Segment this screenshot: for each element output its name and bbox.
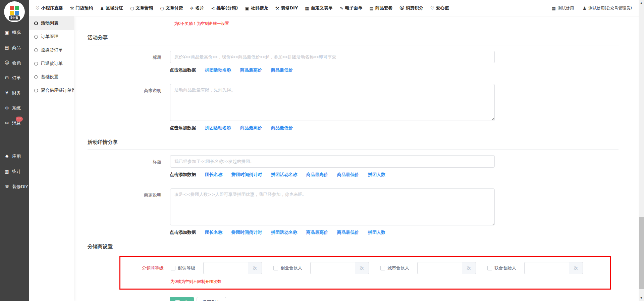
link-max-price[interactable]: 商品最高价 (306, 229, 328, 235)
nav-item-label: 推客(分销) (216, 5, 238, 11)
subnav-item-label: 基础设置 (41, 74, 58, 80)
link-activity-name[interactable]: 拼团活动名称 (205, 67, 231, 73)
sidebar-item-statistics[interactable]: ▥ 统计 (0, 164, 29, 179)
link-max-price[interactable]: 商品最高价 (240, 67, 262, 73)
nav-item-article-paid[interactable]: ○ 文章付费 (160, 5, 183, 11)
cofounder-checkbox[interactable] (487, 266, 492, 270)
times-unit-addon: 次 (248, 262, 262, 274)
distributor-level-label: 分销商等级 (120, 265, 164, 271)
nav-item-product-bundle[interactable]: ▤ 商品套餐 (370, 5, 393, 11)
current-user-menu[interactable]: ♟ 测试使用(公众号管理员) (583, 5, 632, 11)
add-data-label: 点击添加数据 (170, 67, 196, 73)
share-title-label: 标题 (88, 51, 161, 63)
sidebar-item-label: 概况 (12, 30, 21, 36)
nav-item-group-chain[interactable]: ▣ 社群接龙 (245, 5, 268, 11)
link-countdown[interactable]: 拼团时间倒计时 (231, 229, 262, 235)
sidebar-item-messages[interactable]: ✉ 消息 ··· (0, 116, 29, 131)
cofounder-times-input[interactable] (524, 262, 569, 274)
cofounder-label: 联合创始人 (494, 265, 516, 271)
sidebar-item-orders[interactable]: ⊟ 订单 (0, 70, 29, 85)
link-activity-name[interactable]: 拼团活动名称 (271, 172, 297, 178)
vertical-scrollbar[interactable]: ▲ ▼ (639, 0, 644, 301)
scroll-up-arrow-icon[interactable]: ▲ (639, 0, 644, 6)
sidebar-item-decorate-diy[interactable]: ⚒ 装修DIY (0, 179, 29, 194)
share-desc-textarea[interactable] (170, 84, 495, 121)
scroll-down-arrow-icon[interactable]: ▼ (639, 295, 644, 301)
link-activity-name[interactable]: 拼团活动名称 (271, 229, 297, 235)
link-group-size[interactable]: 拼团人数 (368, 172, 385, 178)
brand-logo: E企盈 (4, 1, 25, 22)
nav-item-love-value[interactable]: ♡ 爱心值 (430, 5, 449, 11)
nav-item-miniprogram-live[interactable]: ♡ 小程序直播 (36, 5, 63, 11)
sidebar-item-system[interactable]: ⚙ 系统 (0, 100, 29, 116)
link-leader-name[interactable]: 团长名称 (205, 229, 222, 235)
nav-item-region-dividend[interactable]: ♟ 区域分红 (100, 5, 123, 11)
sidebar-item-overview[interactable]: ▣ 概况 (0, 25, 29, 40)
nav-item-label: 装修DIY (281, 5, 298, 11)
link-min-price[interactable]: 商品最低价 (271, 125, 293, 131)
detail-desc-textarea[interactable] (170, 188, 495, 225)
person-icon: ♟ (100, 6, 104, 11)
next-step-button[interactable]: 下一步 (170, 297, 194, 301)
subnav-item-refunded-orders[interactable]: 已退款订单 (29, 57, 74, 70)
nav-item-consume-points[interactable]: Ⓢ 消费积分 (400, 5, 423, 11)
sidebar-item-goods[interactable]: ▤ 商品 (0, 40, 29, 55)
nav-item-promoter-distribution[interactable]: < 推客(分销) (211, 5, 238, 11)
default-level-checkbox[interactable] (171, 266, 175, 270)
subnav-item-activity-list[interactable]: 活动列表 (29, 16, 74, 30)
test-account-switcher[interactable]: ▦ 测试使用 (552, 5, 574, 11)
sidebar-item-apps[interactable]: ♣ 应用 (0, 149, 29, 164)
subnav-item-return-orders[interactable]: 退换货订单 (29, 43, 74, 57)
nav-item-label: 电子面单 (345, 5, 363, 11)
brand-logo-mark-icon (10, 6, 19, 15)
detail-title-row: 标题 (88, 155, 619, 168)
nav-item-store-booking[interactable]: ⚒ 门店预约 (70, 5, 93, 11)
radio-circle-icon (34, 22, 38, 25)
nav-item-label: 门店预约 (75, 5, 93, 11)
nav-item-e-waybill[interactable]: ✎ 电子面单 (340, 5, 363, 11)
times-unit-addon: 次 (569, 262, 583, 274)
circle-icon: ○ (160, 6, 164, 11)
heart-icon: ♡ (36, 6, 40, 11)
link-min-price[interactable]: 商品最低价 (271, 67, 293, 73)
subnav-item-label: 退换货订单 (41, 47, 63, 53)
detail-title-add-data-row: 点击添加数据 团长名称 拼团时间倒计时 拼团活动名称 商品最高价 商品最低价 拼… (170, 172, 619, 178)
subnav-item-supply-chain-orders[interactable]: 聚合供应链订单管 (29, 84, 74, 97)
members-icon: ☺ (4, 60, 10, 65)
finance-yen-icon: ¥ (4, 90, 10, 95)
sidebar-item-finance[interactable]: ¥ 财务 (0, 85, 29, 100)
link-min-price[interactable]: 商品最低价 (337, 172, 359, 178)
section-title-distributor-settings: 分销商设置 (88, 244, 619, 254)
link-activity-name[interactable]: 拼团活动名称 (205, 125, 231, 131)
nav-item-article-marketing[interactable]: ○ 文章营销 (130, 5, 153, 11)
city-partner-checkbox[interactable] (380, 266, 385, 270)
link-group-size[interactable]: 拼团人数 (368, 229, 385, 235)
radio-circle-icon (34, 62, 38, 66)
message-bubble-icon: ✉ (4, 121, 10, 126)
subnav-item-basic-settings[interactable]: 基础设置 (29, 70, 74, 84)
nav-item-decorate-diy[interactable]: ⚒ 装修DIY (275, 5, 298, 11)
circle-icon: ○ (130, 6, 134, 11)
startup-partner-checkbox[interactable] (273, 266, 278, 270)
default-level-times-input[interactable] (203, 262, 248, 274)
sidebar-item-members[interactable]: ☺ 会员 (0, 55, 29, 70)
link-max-price[interactable]: 商品最高价 (240, 125, 262, 131)
link-min-price[interactable]: 商品最低价 (337, 229, 359, 235)
startup-partner-times-input[interactable] (310, 262, 355, 274)
nav-item-business-card[interactable]: ✈ 名片 (190, 5, 204, 11)
scrollbar-thumb[interactable] (639, 217, 644, 289)
link-countdown[interactable]: 拼团时间倒计时 (231, 172, 262, 178)
link-max-price[interactable]: 商品最高价 (306, 172, 328, 178)
detail-title-input[interactable] (170, 155, 495, 168)
sidebar-item-label: 统计 (12, 169, 21, 175)
nav-item-custom-form[interactable]: ▦ 自定义表单 (305, 5, 332, 11)
nav-item-label: 爱心值 (436, 5, 449, 11)
hammer-icon: ⚒ (4, 184, 10, 189)
test-account-label: 测试使用 (558, 5, 574, 11)
back-to-list-button[interactable]: 返回列表 (197, 297, 226, 301)
admin-app: E企盈 ▣ 概况 ▤ 商品 ☺ 会员 ⊟ 订单 ¥ 财务 (0, 0, 644, 301)
link-leader-name[interactable]: 团长名称 (205, 172, 222, 178)
city-partner-times-input[interactable] (417, 262, 462, 274)
subnav-item-order-management[interactable]: 订单管理 (29, 30, 74, 43)
share-title-input[interactable] (170, 51, 495, 63)
